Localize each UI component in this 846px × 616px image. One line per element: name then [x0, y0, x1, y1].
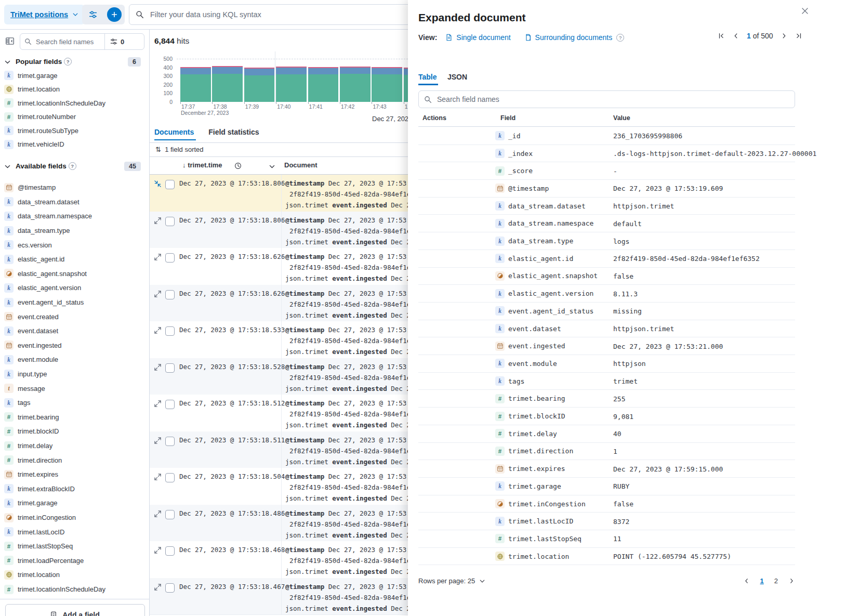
row-checkbox[interactable] — [165, 546, 175, 556]
previous-page-button[interactable] — [732, 32, 739, 40]
bar-17:42-segment-pink[interactable] — [340, 67, 371, 67]
table-row[interactable]: Dec 27, 2023 @ 17:53:18.626@timestamp De… — [150, 248, 408, 285]
field-item-trimet.vehicleID[interactable]: ktrimet.vehicleID — [0, 138, 149, 152]
field-item-event.dataset[interactable]: kevent.dataset — [0, 324, 149, 338]
field-item-trimet.inCongestion[interactable]: trimet.inCongestion — [0, 510, 149, 525]
popular-fields-header[interactable]: Popular fields ? 6 — [0, 56, 149, 69]
bar-17:41-segment-green[interactable] — [308, 74, 339, 102]
bar-17:41-segment-pink[interactable] — [308, 67, 339, 68]
field-item-trimet.location[interactable]: trimet.location — [0, 83, 149, 97]
bar-17:37-segment-pink[interactable] — [180, 67, 211, 68]
field-row-trimet.lastLocID[interactable]: ktrimet.lastLocID8372 — [418, 513, 795, 530]
bar-17:38-segment-blue[interactable] — [212, 67, 243, 74]
field-item-trimet.blockID[interactable]: #trimet.blockID — [0, 424, 149, 439]
field-item-elastic_agent.version[interactable]: kelastic_agent.version — [0, 281, 149, 295]
row-checkbox[interactable] — [165, 473, 175, 482]
field-filter-button[interactable]: 0 — [105, 38, 129, 46]
bar-17:39-segment-blue[interactable] — [244, 69, 275, 75]
field-item-data_stream.type[interactable]: kdata_stream.type — [0, 224, 149, 238]
field-item-trimet.garage[interactable]: ktrimet.garage — [0, 69, 149, 83]
field-row-elastic_agent.snapshot[interactable]: elastic_agent.snapshotfalse — [418, 268, 795, 285]
field-item-trimet.extraBlockID[interactable]: ktrimet.extraBlockID — [0, 482, 149, 496]
bar-17:41-segment-blue[interactable] — [308, 68, 339, 75]
row-checkbox[interactable] — [165, 326, 175, 336]
bar-17:42-segment-green[interactable] — [340, 74, 371, 102]
field-item-trimet.garage[interactable]: ktrimet.garage — [0, 496, 149, 510]
field-item-trimet.lastLocID[interactable]: ktrimet.lastLocID — [0, 525, 149, 539]
field-row-elastic_agent.id[interactable]: kelastic_agent.id2f82f419-850d-45ed-82da… — [418, 250, 795, 268]
table-row[interactable]: Dec 27, 2023 @ 17:53:18.806@timestamp De… — [150, 175, 408, 212]
expand-document-icon[interactable] — [154, 546, 162, 555]
field-item-event.ingested[interactable]: event.ingested — [0, 338, 149, 353]
sorted-fields-button[interactable]: ⇅ 1 field sorted — [155, 146, 204, 153]
row-checkbox[interactable] — [165, 290, 175, 299]
bar-17:38-segment-green[interactable] — [212, 74, 243, 102]
table-row[interactable]: Dec 27, 2023 @ 17:53:18.511@timestamp De… — [150, 431, 408, 469]
field-row-trimet.expires[interactable]: trimet.expiresDec 27, 2023 @ 17:59:15.00… — [418, 460, 795, 478]
table-row[interactable]: Dec 27, 2023 @ 17:53:18.467@timestamp De… — [150, 578, 408, 615]
field-row-data_stream.dataset[interactable]: kdata_stream.datasethttpjson.trimet — [418, 198, 795, 215]
table-row[interactable]: Dec 27, 2023 @ 17:53:18.533@timestamp De… — [150, 321, 408, 359]
field-item-event.agent_id_status[interactable]: kevent.agent_id_status — [0, 295, 149, 310]
field-item-ecs.version[interactable]: kecs.version — [0, 238, 149, 252]
row-checkbox[interactable] — [165, 400, 175, 409]
available-fields-header[interactable]: Available fields ? 45 — [0, 161, 149, 173]
saved-query-menu-button[interactable] — [82, 5, 103, 24]
tab-table[interactable]: Table — [418, 73, 437, 81]
field-row-event.dataset[interactable]: kevent.datasethttpjson.trimet — [418, 320, 795, 338]
field-item-event.created[interactable]: event.created — [0, 309, 149, 324]
collapse-document-icon[interactable] — [154, 180, 162, 188]
tab-documents[interactable]: Documents — [154, 128, 194, 136]
row-checkbox[interactable] — [165, 180, 175, 189]
field-item-message[interactable]: tmessage — [0, 381, 149, 396]
table-row[interactable]: Dec 27, 2023 @ 17:53:18.468@timestamp De… — [150, 541, 408, 579]
flyout-field-search-input[interactable] — [436, 95, 789, 104]
field-item-@timestamp[interactable]: @timestamp — [0, 180, 149, 195]
expand-document-icon[interactable] — [154, 510, 162, 518]
row-checkbox[interactable] — [165, 437, 175, 446]
bar-17:39-segment-pink[interactable] — [244, 68, 275, 68]
field-search-input[interactable] — [35, 37, 103, 46]
next-page-button[interactable] — [781, 32, 788, 40]
bar-17:38-segment-pink[interactable] — [212, 66, 243, 67]
field-row-elastic_agent.version[interactable]: kelastic_agent.version8.11.3 — [418, 285, 795, 303]
table-row[interactable]: Dec 27, 2023 @ 17:53:18.486@timestamp De… — [150, 505, 408, 542]
bar-17:40-segment-pink[interactable] — [276, 67, 307, 67]
bar-17:44-segment-pink[interactable] — [404, 68, 408, 68]
field-row-event.agent_id_status[interactable]: kevent.agent_id_statusmissing — [418, 303, 795, 320]
expand-document-icon[interactable] — [154, 290, 162, 298]
field-item-trimet.delay[interactable]: #trimet.delay — [0, 439, 149, 453]
bar-17:37-segment-green[interactable] — [180, 74, 211, 102]
field-item-trimet.locationInScheduleDay[interactable]: #trimet.locationInScheduleDay — [0, 582, 149, 597]
expand-document-icon[interactable] — [154, 400, 162, 408]
bar-17:44-segment-green[interactable] — [404, 75, 408, 102]
field-item-input.type[interactable]: kinput.type — [0, 367, 149, 382]
document-column-header[interactable]: Document — [284, 161, 318, 169]
field-item-trimet.routeSubType[interactable]: ktrimet.routeSubType — [0, 124, 149, 138]
bar-17:43-segment-green[interactable] — [372, 74, 402, 102]
field-row-trimet.location[interactable]: trimet.locationPOINT (-122.605794 45.527… — [418, 548, 795, 566]
field-item-trimet.loadPercentage[interactable]: #trimet.loadPercentage — [0, 554, 149, 568]
field-row-tags[interactable]: ktagstrimet — [418, 373, 795, 390]
bar-17:43-segment-blue[interactable] — [372, 68, 402, 74]
tab-json[interactable]: JSON — [447, 73, 467, 81]
field-row-trimet.blockID[interactable]: #trimet.blockID9,081 — [418, 408, 795, 425]
bar-17:37-segment-blue[interactable] — [180, 68, 211, 74]
field-row-trimet.lastStopSeq[interactable]: #trimet.lastStopSeq11 — [418, 530, 795, 548]
row-checkbox[interactable] — [165, 217, 175, 226]
bar-17:40-segment-green[interactable] — [276, 74, 307, 102]
field-row-data_stream.namespace[interactable]: kdata_stream.namespacedefault — [418, 215, 795, 233]
expand-document-icon[interactable] — [154, 437, 162, 445]
field-item-tags[interactable]: ktags — [0, 396, 149, 410]
tab-field-statistics[interactable]: Field statistics — [208, 128, 259, 136]
expand-document-icon[interactable] — [154, 326, 162, 335]
expand-document-icon[interactable] — [154, 253, 162, 261]
field-item-trimet.location[interactable]: trimet.location — [0, 568, 149, 582]
expand-document-icon[interactable] — [154, 217, 162, 225]
field-item-data_stream.namespace[interactable]: kdata_stream.namespace — [0, 209, 149, 224]
column-actions-chevron-icon[interactable] — [269, 163, 275, 170]
field-item-trimet.bearing[interactable]: #trimet.bearing — [0, 410, 149, 425]
kql-input[interactable] — [149, 10, 408, 19]
field-row-_id[interactable]: k_id236_1703695998806 — [418, 127, 795, 145]
expand-document-icon[interactable] — [154, 473, 162, 481]
